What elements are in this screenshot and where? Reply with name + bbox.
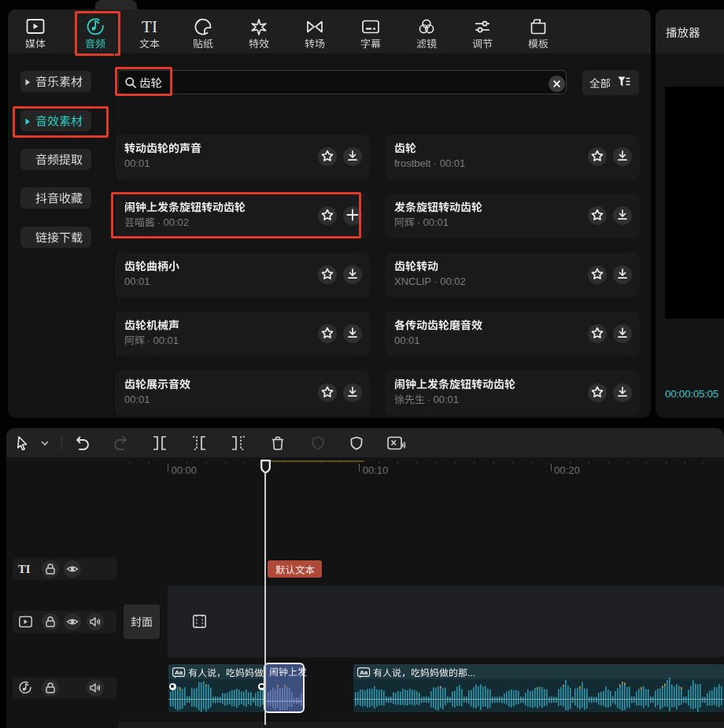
svg-text:Aa: Aa xyxy=(359,669,368,676)
svg-text:Aa: Aa xyxy=(174,669,183,676)
svg-text:TI: TI xyxy=(142,17,157,36)
